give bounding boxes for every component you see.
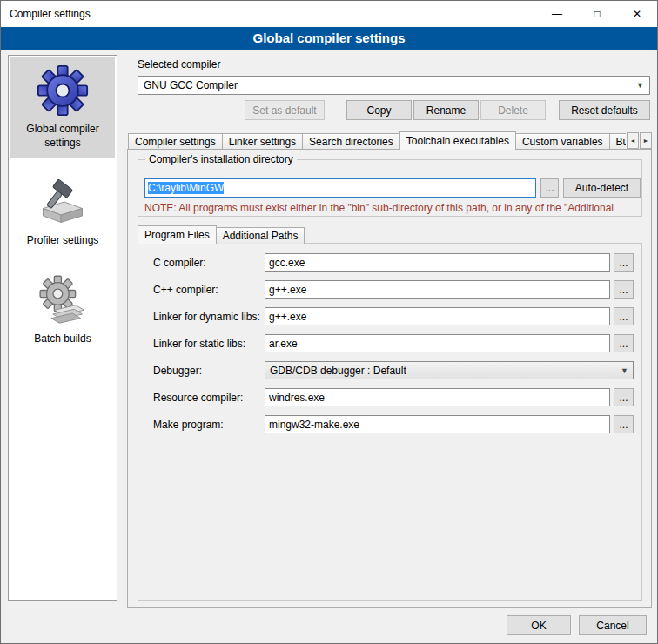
linker-static-browse-button[interactable]: ...	[614, 334, 634, 352]
batch-builds-gear-icon	[37, 274, 89, 326]
linker-dynamic-input[interactable]	[265, 307, 610, 325]
bin-subdirectory-note: NOTE: All programs must exist either in …	[144, 202, 637, 214]
debugger-label: Debugger:	[153, 365, 202, 377]
dialog-footer: OK Cancel	[507, 615, 647, 635]
compiler-buttons-row: Set as default Copy Rename Delete Reset …	[138, 100, 650, 120]
cpp-compiler-browse-button[interactable]: ...	[614, 280, 634, 299]
maximize-button[interactable]: □	[577, 1, 617, 27]
installation-directory-label: Compiler's installation directory	[145, 153, 297, 165]
linker-static-label: Linker for static libs:	[153, 338, 245, 350]
tab-linker-settings[interactable]: Linker settings	[222, 133, 303, 150]
tab-compiler-settings[interactable]: Compiler settings	[128, 133, 223, 150]
resource-compiler-label: Resource compiler:	[153, 392, 243, 404]
tab-build-options-clipped[interactable]: Buil	[609, 133, 626, 150]
close-button[interactable]: ✕	[617, 1, 657, 27]
sidebar-item-global-compiler-settings[interactable]: Global compiler settings	[10, 57, 115, 158]
tab-custom-variables[interactable]: Custom variables	[515, 133, 610, 150]
linker-dynamic-browse-button[interactable]: ...	[614, 307, 634, 325]
debugger-dropdown[interactable]: GDB/CDB debugger : Default ▼	[265, 361, 634, 379]
c-compiler-input[interactable]	[265, 253, 610, 272]
sidebar-item-label: Global compiler settings	[12, 123, 113, 150]
chevron-down-icon: ▼	[621, 366, 628, 375]
cancel-button[interactable]: Cancel	[579, 615, 647, 635]
installation-directory-input[interactable]: C:\raylib\MinGW	[144, 178, 536, 198]
copy-button[interactable]: Copy	[346, 100, 412, 120]
titlebar: Compiler settings — □ ✕	[1, 1, 657, 27]
installation-directory-browse-button[interactable]: ...	[540, 178, 559, 198]
linker-dynamic-label: Linker for dynamic libs:	[153, 311, 260, 323]
sidebar-item-batch-builds[interactable]: Batch builds	[10, 267, 115, 355]
minimize-button[interactable]: —	[537, 1, 577, 27]
tab-additional-paths[interactable]: Additional Paths	[216, 227, 306, 244]
selected-compiler-dropdown[interactable]: GNU GCC Compiler ▼	[138, 76, 650, 95]
tab-scroll-left-button[interactable]: ◄	[627, 132, 639, 149]
make-program-browse-button[interactable]: ...	[614, 415, 634, 433]
tab-search-directories[interactable]: Search directories	[302, 133, 400, 150]
set-as-default-button[interactable]: Set as default	[245, 100, 325, 120]
resource-compiler-browse-button[interactable]: ...	[614, 388, 634, 406]
sidebar-item-label: Batch builds	[34, 332, 91, 346]
ok-button[interactable]: OK	[507, 615, 571, 635]
delete-button[interactable]: Delete	[480, 100, 546, 120]
page-title: Global compiler settings	[1, 27, 657, 50]
settings-tabstrip: Compiler settings Linker settings Search…	[128, 131, 626, 150]
blue-gear-icon	[37, 64, 89, 117]
compiler-settings-dialog: Compiler settings — □ ✕ Global compiler …	[0, 0, 658, 644]
debugger-value: GDB/CDB debugger : Default	[270, 365, 406, 377]
c-compiler-browse-button[interactable]: ...	[614, 253, 634, 272]
c-compiler-label: C compiler:	[153, 257, 206, 269]
cpp-compiler-label: C++ compiler:	[153, 284, 218, 296]
auto-detect-button[interactable]: Auto-detect	[563, 178, 641, 198]
sidebar-item-profiler-settings[interactable]: Profiler settings	[10, 169, 115, 257]
chevron-down-icon: ▼	[636, 81, 644, 90]
window-title: Compiler settings	[1, 8, 91, 20]
tab-scroll-right-button[interactable]: ►	[640, 132, 652, 149]
cpp-compiler-input[interactable]	[265, 280, 610, 299]
selected-compiler-label: Selected compiler	[138, 58, 220, 70]
make-program-input[interactable]	[265, 415, 610, 433]
caption-buttons: — □ ✕	[537, 1, 657, 27]
rename-button[interactable]: Rename	[413, 100, 479, 120]
reset-defaults-button[interactable]: Reset defaults	[559, 100, 650, 120]
sidebar-item-label: Profiler settings	[27, 234, 99, 248]
profiler-hammer-icon	[37, 176, 89, 228]
linker-static-input[interactable]	[265, 334, 610, 352]
resource-compiler-input[interactable]	[265, 388, 610, 406]
installation-directory-selected-text: C:\raylib\MinGW	[148, 182, 224, 194]
settings-sidebar: Global compiler settings Profiler settin…	[8, 55, 118, 601]
program-files-tabstrip: Program Files Additional Paths	[138, 225, 304, 244]
tab-program-files[interactable]: Program Files	[138, 225, 217, 244]
selected-compiler-value: GNU GCC Compiler	[144, 79, 238, 91]
tab-toolchain-executables[interactable]: Toolchain executables	[400, 131, 516, 150]
make-program-label: Make program:	[153, 419, 224, 431]
